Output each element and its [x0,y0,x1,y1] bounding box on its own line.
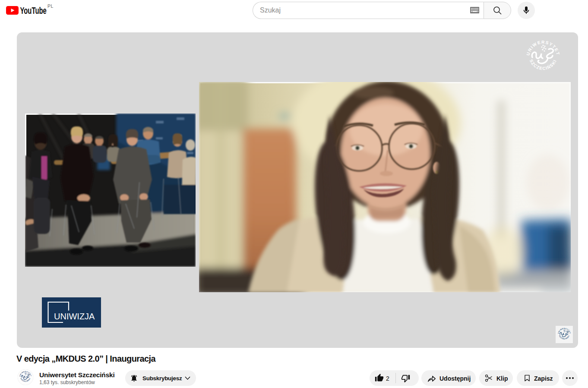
svg-text:UNIWIZJA: UNIWIZJA [54,312,95,321]
svg-text:YouTube: YouTube [20,6,47,15]
